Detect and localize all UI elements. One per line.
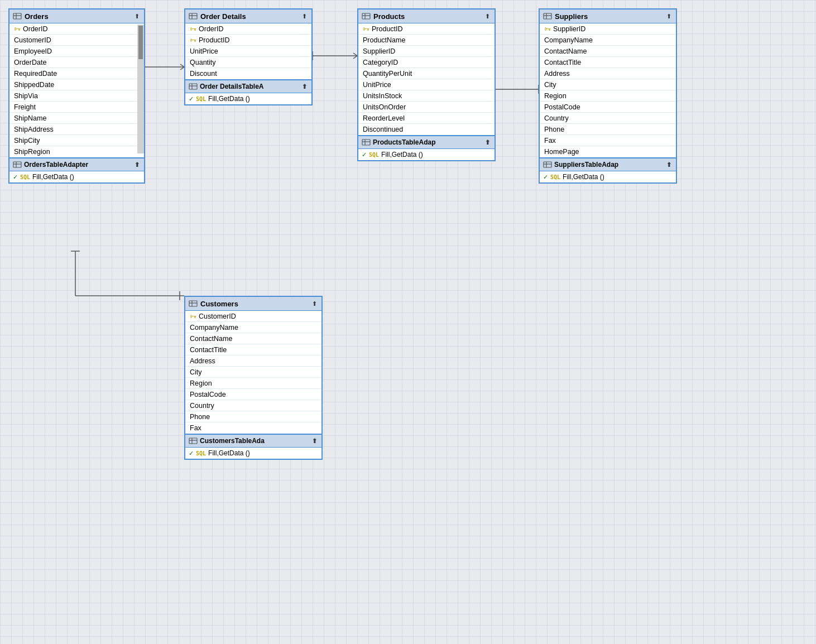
svg-rect-24 <box>362 140 370 145</box>
field-c-region: Region <box>185 378 321 389</box>
orders-table: Orders ⬆ 🗝 OrderID CustomerID EmployeeID… <box>8 8 145 184</box>
field-s-homepage: HomePage <box>540 146 676 157</box>
field-s-contactname: ContactName <box>540 46 676 57</box>
field-s-phone: Phone <box>540 124 676 135</box>
products-adapter-name: ProductsTableAdap <box>373 138 435 146</box>
field-shipvia: ShipVia <box>9 90 137 102</box>
sql-icon: SQL <box>20 174 30 180</box>
field-od-unitprice: UnitPrice <box>185 46 311 57</box>
orders-adapter-collapse[interactable]: ⬆ <box>133 161 141 169</box>
products-adapter-collapse[interactable]: ⬆ <box>484 139 491 146</box>
suppliers-table: Suppliers ⬆ 🗝 SupplierID CompanyName Con… <box>539 8 677 184</box>
check-icon: ✓ <box>543 174 548 181</box>
sql-icon: SQL <box>550 174 560 180</box>
field-c-companyname: CompanyName <box>185 322 321 333</box>
order-details-table: Order Details ⬆ 🗝 OrderID 🗝 ProductID Un… <box>184 8 313 105</box>
customers-adapter-name: CustomersTableAda <box>200 437 265 445</box>
order-details-collapse-btn[interactable]: ⬆ <box>301 13 308 20</box>
svg-rect-15 <box>189 13 197 19</box>
field-c-city: City <box>185 367 321 378</box>
svg-rect-9 <box>13 13 21 19</box>
key-icon: 🗝 <box>363 25 369 33</box>
field-c-postalcode: PostalCode <box>185 389 321 400</box>
check-icon: ✓ <box>362 151 367 158</box>
field-s-region: Region <box>540 90 676 102</box>
key-icon: 🗝 <box>190 313 196 320</box>
field-p-reorderlevel: ReorderLevel <box>358 113 495 124</box>
svg-rect-27 <box>544 13 551 19</box>
customers-header: Customers ⬆ <box>185 297 321 311</box>
suppliers-adapter-method: ✓ SQL Fill,GetData () <box>540 171 676 182</box>
suppliers-adapter-header: SuppliersTableAdap ⬆ <box>540 158 676 171</box>
orders-table-header: Orders ⬆ <box>9 9 144 23</box>
sql-icon: SQL <box>369 152 379 158</box>
sql-icon: SQL <box>196 96 206 102</box>
svg-rect-18 <box>189 84 197 89</box>
field-c-phone: Phone <box>185 411 321 422</box>
orders-adapter-header: OrdersTableAdapter ⬆ <box>9 158 144 171</box>
customers-collapse-btn[interactable]: ⬆ <box>311 300 318 307</box>
products-method-label: Fill,GetData () <box>381 151 423 158</box>
field-c-contacttitle: ContactTitle <box>185 344 321 355</box>
field-od-discount: Discount <box>185 68 311 79</box>
field-shipaddress: ShipAddress <box>9 124 137 135</box>
field-orderid: 🗝 OrderID <box>9 23 137 35</box>
field-p-productname: ProductName <box>358 35 495 46</box>
check-icon: ✓ <box>189 95 194 103</box>
order-details-field-list: 🗝 OrderID 🗝 ProductID UnitPrice Quantity… <box>185 23 311 79</box>
products-table: Products ⬆ 🗝 ProductID ProductName Suppl… <box>357 8 496 161</box>
orders-collapse-btn[interactable]: ⬆ <box>133 13 141 20</box>
field-shippeddate: ShippedDate <box>9 79 137 90</box>
order-details-title: Order Details <box>200 12 246 21</box>
customers-title: Customers <box>200 300 238 308</box>
field-s-contacttitle: ContactTitle <box>540 57 676 68</box>
key-icon: 🗝 <box>14 25 21 33</box>
field-customerid: CustomerID <box>9 35 137 46</box>
customers-adapter-collapse[interactable]: ⬆ <box>311 438 318 445</box>
order-details-adapter-method: ✓ SQL Fill,GetData () <box>185 93 311 104</box>
key-icon: 🗝 <box>190 36 196 44</box>
scrollbar-thumb[interactable] <box>138 26 143 59</box>
orders-field-list: 🗝 OrderID CustomerID EmployeeID OrderDat… <box>9 23 144 157</box>
order-details-header: Order Details ⬆ <box>185 9 311 23</box>
order-details-adapter: Order DetailsTableA ⬆ ✓ SQL Fill,GetData… <box>185 79 311 104</box>
order-details-adapter-header: Order DetailsTableA ⬆ <box>185 80 311 93</box>
suppliers-adapter: SuppliersTableAdap ⬆ ✓ SQL Fill,GetData … <box>540 157 676 182</box>
suppliers-title: Suppliers <box>555 12 588 21</box>
field-freight: Freight <box>9 102 137 113</box>
customers-table: Customers ⬆ 🗝 CustomerID CompanyName Con… <box>184 296 323 460</box>
field-c-fax: Fax <box>185 422 321 434</box>
field-p-unitsinstock: UnitsInStock <box>358 90 495 102</box>
products-field-list: 🗝 ProductID ProductName SupplierID Categ… <box>358 23 495 135</box>
field-c-contactname: ContactName <box>185 333 321 344</box>
svg-rect-21 <box>362 13 370 19</box>
adapter-icon <box>189 436 198 445</box>
order-details-adapter-name: Order DetailsTableA <box>200 83 263 90</box>
suppliers-collapse-btn[interactable]: ⬆ <box>665 13 673 20</box>
field-s-postalcode: PostalCode <box>540 102 676 113</box>
table-icon <box>362 12 371 21</box>
adapter-icon <box>543 160 552 169</box>
table-icon <box>189 12 198 21</box>
orders-adapter-name: OrdersTableAdapter <box>24 161 88 169</box>
scrollbar[interactable] <box>137 25 144 153</box>
field-c-country: Country <box>185 400 321 411</box>
field-p-discontinued: Discontinued <box>358 124 495 135</box>
order-details-adapter-collapse[interactable]: ⬆ <box>301 83 308 90</box>
field-s-companyname: CompanyName <box>540 35 676 46</box>
table-icon <box>543 12 552 21</box>
key-icon: 🗝 <box>190 25 196 33</box>
adapter-icon <box>13 160 22 169</box>
suppliers-adapter-name: SuppliersTableAdap <box>554 161 618 169</box>
field-p-supplierid: SupplierID <box>358 46 495 57</box>
sql-icon: SQL <box>196 450 206 456</box>
field-requireddate: RequiredDate <box>9 68 137 79</box>
svg-rect-30 <box>544 162 551 167</box>
customers-adapter-header: CustomersTableAda ⬆ <box>185 435 321 448</box>
suppliers-adapter-collapse[interactable]: ⬆ <box>665 161 673 169</box>
field-p-unitprice: UnitPrice <box>358 79 495 90</box>
customers-field-list: 🗝 CustomerID CompanyName ContactName Con… <box>185 311 321 434</box>
field-p-quantityperunit: QuantityPerUnit <box>358 68 495 79</box>
diagram-canvas: Orders ⬆ 🗝 OrderID CustomerID EmployeeID… <box>0 0 816 644</box>
products-collapse-btn[interactable]: ⬆ <box>484 13 491 20</box>
